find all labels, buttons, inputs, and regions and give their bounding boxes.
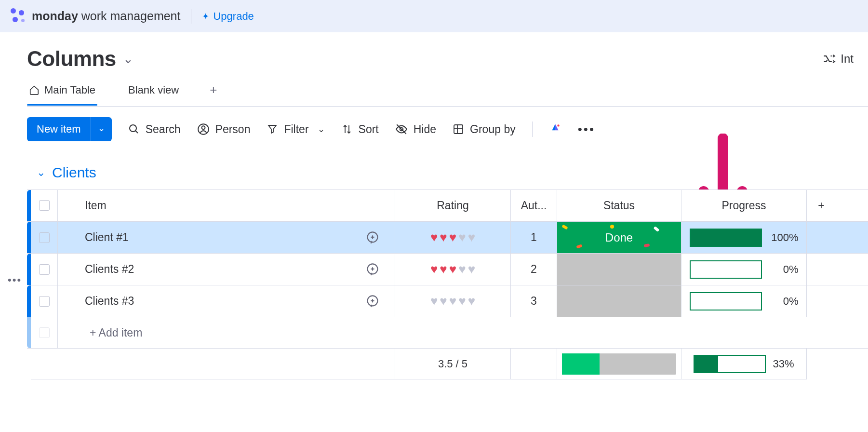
conversation-icon[interactable]: [366, 263, 379, 276]
groupby-button[interactable]: Group by: [453, 123, 516, 136]
person-filter-button[interactable]: Person: [197, 123, 251, 136]
filter-icon: [267, 123, 278, 135]
column-header-item[interactable]: Item: [58, 190, 395, 221]
search-button[interactable]: Search: [128, 123, 181, 136]
column-header-status[interactable]: Status: [557, 190, 681, 221]
svg-rect-4: [454, 125, 463, 134]
tab-label: Main Table: [44, 84, 95, 96]
add-view-button[interactable]: +: [210, 82, 217, 106]
row-checkbox[interactable]: [31, 254, 58, 285]
rating-cell[interactable]: ♥♥♥♥♥: [395, 222, 511, 253]
sort-icon: [341, 123, 353, 135]
group-color-bar: [27, 190, 31, 221]
upgrade-button[interactable]: ✦ Upgrade: [202, 10, 254, 23]
progress-cell[interactable]: 0%: [681, 254, 807, 285]
search-icon: [128, 123, 140, 135]
sparkle-icon: ✦: [202, 11, 209, 22]
rating-cell[interactable]: ♥♥♥♥♥: [395, 285, 511, 317]
add-item-label[interactable]: + Add item: [58, 317, 395, 348]
row-options-button[interactable]: •••: [8, 274, 22, 286]
divider: [532, 122, 533, 137]
column-header-auto[interactable]: Aut...: [511, 190, 557, 221]
auto-number-cell: 1: [511, 222, 557, 253]
status-summary: [557, 349, 681, 379]
sort-button[interactable]: Sort: [341, 123, 379, 136]
board-title-button[interactable]: Columns ⌄: [27, 47, 134, 71]
view-tabs: Main Table Blank view +: [27, 82, 868, 107]
board-title: Columns: [27, 47, 116, 71]
table-row[interactable]: Clients #2 ♥♥♥♥♥ 2 0%: [27, 253, 868, 285]
person-icon: [197, 123, 210, 135]
column-header-rating[interactable]: Rating: [395, 190, 511, 221]
add-item-row[interactable]: + Add item: [27, 317, 868, 349]
chevron-down-icon: ⌄: [37, 166, 45, 179]
group-name: Clients: [52, 164, 96, 181]
conversation-icon[interactable]: [366, 295, 379, 308]
row-checkbox[interactable]: [31, 285, 58, 317]
progress-bar: [690, 292, 762, 310]
hide-icon: [395, 123, 408, 135]
auto-number-cell: 2: [511, 254, 557, 285]
chevron-down-icon: ⌄: [123, 52, 134, 67]
add-column-button[interactable]: +: [807, 190, 836, 221]
brand-logo[interactable]: monday work management: [9, 7, 180, 26]
hide-button[interactable]: Hide: [395, 123, 436, 136]
header-row: Item Rating Aut... Status Progress +: [27, 189, 868, 221]
new-item-dropdown[interactable]: ⌄: [91, 117, 112, 141]
home-icon: [29, 85, 40, 95]
select-all-checkbox[interactable]: [31, 190, 58, 221]
row-checkbox[interactable]: [31, 222, 58, 253]
brand-text: monday work management: [32, 9, 180, 23]
integrate-label: Int: [841, 52, 854, 66]
rating-summary: 3.5 / 5: [395, 349, 511, 379]
tab-main-table[interactable]: Main Table: [27, 84, 97, 105]
progress-cell[interactable]: 100%: [681, 222, 807, 253]
table-row[interactable]: Clients #3 ♥♥♥♥♥ 3 0%: [27, 285, 868, 317]
data-grid: ••• Item Rating Aut... Status Progress +…: [27, 189, 868, 379]
divider: [191, 9, 191, 24]
svg-point-2: [201, 126, 205, 129]
chevron-down-icon: ⌄: [318, 124, 325, 135]
tab-blank-view[interactable]: Blank view: [126, 84, 181, 105]
conversation-icon[interactable]: [366, 231, 379, 244]
svg-point-0: [130, 125, 136, 132]
filter-button[interactable]: Filter ⌄: [267, 123, 324, 136]
ai-icon: [549, 123, 561, 135]
status-cell[interactable]: [557, 254, 681, 285]
progress-bar: [690, 260, 762, 279]
upgrade-label: Upgrade: [213, 10, 254, 23]
groupby-icon: [453, 123, 464, 135]
table-row[interactable]: Client #1 ♥♥♥♥♥ 1 Done: [27, 221, 868, 253]
more-options-button[interactable]: •••: [578, 122, 595, 137]
tab-label: Blank view: [128, 84, 179, 96]
item-name-cell[interactable]: Clients #2: [58, 254, 395, 285]
progress-cell[interactable]: 0%: [681, 285, 807, 317]
status-cell[interactable]: [557, 285, 681, 317]
column-header-progress[interactable]: Progress: [681, 190, 807, 221]
topbar: monday work management ✦ Upgrade: [0, 0, 868, 32]
rating-cell[interactable]: ♥♥♥♥♥: [395, 254, 511, 285]
ai-assistant-button[interactable]: [549, 123, 561, 135]
progress-summary: 33%: [681, 349, 807, 379]
new-item-button[interactable]: New item ⌄: [27, 117, 112, 141]
item-name-cell[interactable]: Client #1: [58, 222, 395, 253]
item-name-cell[interactable]: Clients #3: [58, 285, 395, 317]
monday-logo-icon: [9, 7, 27, 26]
integrate-button[interactable]: Int: [822, 52, 854, 66]
new-item-label: New item: [27, 117, 91, 141]
summary-row: 3.5 / 5 33%: [31, 349, 868, 379]
integrate-icon: [822, 52, 836, 66]
progress-bar: [690, 229, 762, 247]
auto-number-cell: 3: [511, 285, 557, 317]
svg-point-5: [557, 124, 559, 126]
status-cell[interactable]: Done: [557, 222, 681, 253]
